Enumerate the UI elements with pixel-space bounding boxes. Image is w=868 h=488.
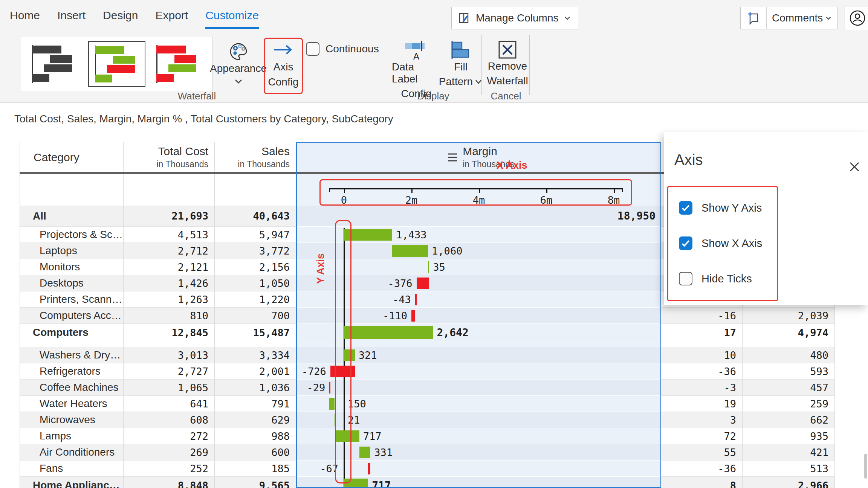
table-row-computers[interactable]: Computers12,84515,4872,642174,974 — [20, 324, 835, 341]
sales-cell: 2,001 — [215, 363, 296, 380]
table-row-computers-acc-[interactable]: Computers Acc…810700-110-162,039 — [20, 308, 835, 324]
customers-cell: 935 — [743, 428, 835, 444]
table-row-lamps[interactable]: Lamps27298871772935 — [20, 428, 835, 444]
account-button[interactable]: S — [845, 6, 868, 30]
style-thumbnail-green-red-waterfall[interactable] — [88, 41, 145, 87]
grand-total-value: 18,950 — [617, 206, 656, 226]
margin-chart-cell: -376 — [296, 275, 661, 291]
remove-waterfall-button[interactable]: Remove Waterfall — [485, 39, 530, 87]
table-row-air-conditioners[interactable]: Air Conditioners26960033155421 — [20, 444, 835, 461]
remove-waterfall-label-2: Waterfall — [487, 75, 528, 87]
waterfall-bar[interactable] — [344, 349, 355, 361]
category-cell: Coffee Machines — [20, 380, 124, 396]
margin-chart-cell: 21 — [296, 412, 661, 428]
manage-columns-icon — [458, 11, 471, 25]
category-cell: Printers, Scann… — [20, 291, 124, 308]
column-header-margin[interactable]: Margin in Thousands — [296, 142, 661, 172]
vertical-scrollbar[interactable] — [864, 454, 867, 479]
column-header-sales[interactable]: Salesin Thousands — [215, 142, 296, 172]
menu-item-insert[interactable]: Insert — [57, 9, 86, 29]
option-show-x-axis[interactable]: Show X Axis — [679, 236, 762, 250]
option-show-y-axis[interactable]: Show Y Axis — [679, 201, 762, 215]
waterfall-bar[interactable] — [329, 382, 330, 393]
style-thumbnail-neutral-waterfall[interactable] — [26, 41, 83, 87]
unchecked-checkbox[interactable] — [679, 272, 692, 285]
margin-chart-cell: 18,950 — [296, 206, 661, 227]
table-row-microwaves[interactable]: Microwaves608629213662 — [20, 412, 835, 428]
waterfall-bar[interactable] — [392, 245, 428, 257]
fill-pattern-label-2: Pattern — [439, 76, 473, 88]
sales-cell: 9,565 — [215, 477, 296, 488]
category-cell: Air Conditioners — [20, 444, 124, 461]
report-title: Total Cost, Sales, Margin, Margin % , To… — [14, 113, 393, 125]
add-comment-icon[interactable] — [741, 7, 767, 29]
waterfall-bar[interactable] — [335, 414, 336, 426]
bar-value-label: 35 — [433, 259, 445, 275]
waterfall-bar[interactable] — [344, 229, 392, 241]
waterfall-bar[interactable] — [415, 294, 417, 305]
total-cost-cell: 1,426 — [124, 275, 215, 291]
table-row-refrigerators[interactable]: Refrigerators2,7272,001-726-36593 — [20, 363, 835, 380]
total-cost-cell: 272 — [124, 428, 215, 444]
total-cost-cell: 12,845 — [124, 324, 215, 341]
checked-checkbox[interactable] — [679, 236, 692, 250]
table-row-water-heaters[interactable]: Water Heaters64179115019259 — [20, 396, 835, 412]
bar-value-label: 21 — [348, 412, 360, 428]
menu-item-design[interactable]: Design — [103, 9, 138, 29]
axis-panel: Axis Show Y AxisShow X AxisHide Ticks — [664, 132, 868, 305]
waterfall-bar[interactable] — [368, 463, 370, 474]
menu-item-export[interactable]: Export — [155, 9, 188, 29]
column-header-total-cost[interactable]: Total Costin Thousands — [124, 142, 215, 172]
customers-cell: 480 — [743, 347, 835, 363]
waterfall-bar[interactable] — [330, 366, 355, 377]
margin-chart-cell: 2,642 — [296, 324, 661, 341]
waterfall-bar[interactable] — [344, 326, 433, 339]
appearance-button[interactable]: Appearance — [213, 41, 264, 85]
margin-chart-cell: -726 — [296, 363, 661, 380]
sales-cell: 791 — [215, 396, 296, 412]
comments-button[interactable]: Comments — [740, 7, 837, 29]
style-thumbnail-red-green-waterfall[interactable] — [150, 41, 208, 87]
waterfall-bar[interactable] — [344, 479, 368, 488]
manage-columns-button[interactable]: Manage Columns — [451, 7, 578, 29]
category-cell: Fans — [20, 461, 124, 477]
drag-handle-icon[interactable] — [442, 152, 463, 162]
waterfall-bar[interactable] — [335, 430, 359, 442]
table-row-coffee-machines[interactable]: Coffee Machines1,0651,036-29-3457 — [20, 380, 835, 396]
category-cell: Monitors — [20, 259, 124, 275]
continuous-toggle[interactable]: Continuous — [306, 42, 379, 56]
remove-waterfall-label-1: Remove — [488, 60, 527, 72]
option-hide-ticks[interactable]: Hide Ticks — [679, 272, 752, 285]
bar-value-label: -43 — [393, 291, 411, 307]
margin-chart-cell: 1,433 — [296, 227, 661, 243]
continuous-checkbox[interactable] — [306, 42, 319, 56]
axis-panel-title: Axis — [674, 151, 703, 168]
checked-checkbox[interactable] — [679, 201, 692, 215]
waterfall-bar[interactable] — [359, 447, 371, 458]
axis-config-button[interactable]: Axis Config — [266, 42, 301, 88]
sales-cell: 3,772 — [215, 243, 296, 259]
category-cell: Washers & Dry… — [20, 347, 124, 363]
sales-cell: 40,643 — [215, 206, 296, 227]
column-header-category[interactable]: Category — [20, 142, 124, 172]
table-row-washers-dry-[interactable]: Washers & Dry…3,0133,33432110480 — [20, 347, 835, 363]
menu-item-home[interactable]: Home — [10, 9, 40, 29]
waterfall-bar[interactable] — [329, 398, 334, 410]
waterfall-bar[interactable] — [428, 261, 429, 273]
bar-value-label: 150 — [348, 396, 366, 412]
cancel-group-label: Cancel — [470, 90, 542, 102]
waterfall-bar[interactable] — [411, 310, 415, 322]
waterfall-style-gallery — [21, 37, 213, 91]
close-icon[interactable] — [849, 161, 860, 172]
category-cell: Water Heaters — [20, 396, 124, 412]
table-row-fans[interactable]: Fans252185-67-36513 — [20, 461, 835, 477]
table-row-home-applianc-[interactable]: Home Applianc…8,8489,56571782,966 — [20, 477, 835, 488]
manage-columns-label: Manage Columns — [476, 12, 558, 24]
bar-value-label: 331 — [374, 444, 393, 460]
menu-item-customize[interactable]: Customize — [205, 9, 259, 29]
spacer-row — [20, 341, 835, 347]
waterfall-bar[interactable] — [417, 278, 429, 289]
sales-cell: 600 — [215, 444, 296, 461]
fill-pattern-button[interactable]: Fill Pattern — [440, 40, 481, 88]
margin-chart-cell: -29 — [296, 380, 661, 396]
